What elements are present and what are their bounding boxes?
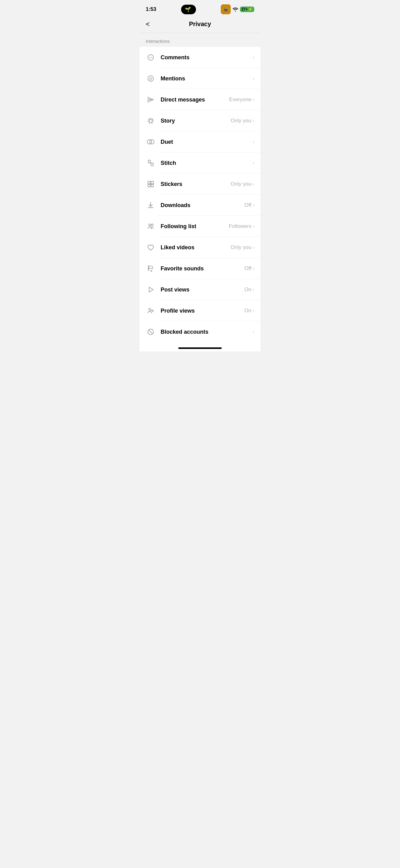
svg-line-24	[148, 330, 153, 334]
story-chevron: ›	[253, 118, 254, 124]
post-views-label: Post views	[161, 286, 244, 293]
stickers-chevron: ›	[253, 181, 254, 187]
status-time: 1:53	[146, 6, 156, 12]
story-icon	[146, 116, 156, 126]
settings-item-story[interactable]: Story Only you ›	[139, 110, 261, 131]
home-indicator	[139, 342, 261, 351]
downloads-icon	[146, 200, 156, 210]
header: < Privacy	[139, 17, 261, 33]
duet-icon	[146, 137, 156, 147]
stitch-label: Stitch	[161, 160, 252, 166]
direct-messages-chevron: ›	[253, 97, 254, 102]
section-label-interactions: Interactions	[139, 33, 261, 47]
profile-views-chevron: ›	[253, 308, 254, 314]
status-bar: 1:53 🌱 🎬 27+ ⚡	[139, 0, 261, 17]
duet-label: Duet	[161, 139, 252, 145]
stickers-icon	[146, 179, 156, 189]
settings-item-following-list[interactable]: Following list Followers ›	[139, 216, 261, 237]
svg-rect-13	[151, 181, 154, 184]
stickers-value: Only you	[231, 181, 252, 187]
favorite-sounds-chevron: ›	[253, 266, 254, 271]
liked-videos-value: Only you	[231, 244, 252, 251]
battery-icon: ⚡	[248, 7, 253, 11]
svg-point-1	[149, 57, 150, 58]
settings-item-downloads[interactable]: Downloads Off ›	[139, 195, 261, 216]
mentions-chevron: ›	[253, 76, 254, 81]
app-icon: 🎬	[221, 4, 231, 14]
blocked-accounts-label: Blocked accounts	[161, 329, 252, 335]
svg-point-18	[151, 224, 154, 226]
liked-videos-icon	[146, 243, 156, 252]
svg-line-22	[153, 311, 154, 312]
settings-item-comments[interactable]: Comments ›	[139, 47, 261, 68]
settings-item-favorite-sounds[interactable]: Favorite sounds Off ›	[139, 258, 261, 279]
favorite-sounds-value: Off	[244, 266, 251, 272]
battery-badge: 27+ ⚡	[240, 6, 254, 12]
post-views-value: On	[244, 286, 252, 293]
following-list-icon	[146, 221, 156, 231]
story-label: Story	[161, 118, 231, 124]
direct-messages-icon	[146, 95, 156, 104]
svg-point-21	[152, 310, 153, 311]
settings-item-stitch[interactable]: Stitch ›	[139, 152, 261, 174]
settings-item-direct-messages[interactable]: Direct messages Everyone ›	[139, 89, 261, 110]
stickers-label: Stickers	[161, 181, 231, 187]
direct-messages-value: Everyone	[229, 97, 252, 103]
settings-item-stickers[interactable]: Stickers Only you ›	[139, 174, 261, 195]
back-button[interactable]: <	[146, 20, 150, 28]
svg-marker-19	[149, 287, 153, 292]
svg-marker-6	[148, 97, 154, 102]
blocked-accounts-icon	[146, 327, 156, 337]
downloads-chevron: ›	[253, 203, 254, 208]
stitch-icon	[146, 158, 156, 168]
post-views-icon	[146, 285, 156, 294]
downloads-value: Off	[244, 202, 251, 208]
svg-rect-15	[151, 184, 154, 187]
status-right: 🎬 27+ ⚡	[221, 4, 254, 14]
mentions-label: Mentions	[161, 75, 252, 82]
status-center: 🌱	[181, 5, 196, 14]
story-value: Only you	[231, 118, 252, 124]
liked-videos-chevron: ›	[253, 245, 254, 250]
sprout-icon: 🌱	[185, 6, 191, 12]
stitch-chevron: ›	[253, 160, 254, 166]
svg-point-3	[151, 57, 152, 58]
duet-chevron: ›	[253, 139, 254, 145]
liked-videos-label: Liked videos	[161, 244, 231, 251]
profile-views-icon	[146, 306, 156, 316]
battery-label: 27+	[241, 7, 248, 11]
svg-point-7	[147, 140, 152, 144]
home-bar	[178, 347, 222, 349]
profile-views-label: Profile views	[161, 308, 244, 314]
direct-messages-label: Direct messages	[161, 97, 229, 103]
profile-views-value: On	[244, 308, 252, 314]
svg-rect-14	[148, 184, 151, 187]
mentions-icon: @	[146, 73, 156, 84]
svg-rect-9	[148, 160, 151, 163]
settings-item-blocked-accounts[interactable]: Blocked accounts ›	[139, 321, 261, 342]
comments-label: Comments	[161, 54, 252, 61]
svg-text:@: @	[149, 77, 152, 81]
svg-point-20	[149, 309, 151, 311]
post-views-chevron: ›	[253, 287, 254, 292]
settings-item-profile-views[interactable]: Profile views On ›	[139, 300, 261, 321]
favorite-sounds-icon	[146, 264, 156, 274]
favorite-sounds-label: Favorite sounds	[161, 266, 244, 272]
settings-item-liked-videos[interactable]: Liked videos Only you ›	[139, 237, 261, 258]
svg-point-8	[150, 140, 154, 144]
wifi-icon	[233, 7, 238, 11]
following-list-label: Following list	[161, 223, 229, 230]
svg-point-17	[149, 224, 151, 226]
comments-icon	[146, 53, 156, 62]
settings-item-mentions[interactable]: @ Mentions ›	[139, 68, 261, 89]
settings-list: Comments › @ Mentions › Direct messages …	[139, 47, 261, 342]
svg-rect-10	[151, 163, 153, 166]
blocked-accounts-chevron: ›	[253, 329, 254, 335]
svg-rect-12	[148, 181, 151, 184]
settings-item-post-views[interactable]: Post views On ›	[139, 279, 261, 300]
settings-item-duet[interactable]: Duet ›	[139, 131, 261, 152]
following-list-chevron: ›	[253, 223, 254, 229]
following-list-value: Followers	[229, 223, 252, 229]
page-title: Privacy	[189, 21, 211, 28]
comments-chevron: ›	[253, 55, 254, 60]
